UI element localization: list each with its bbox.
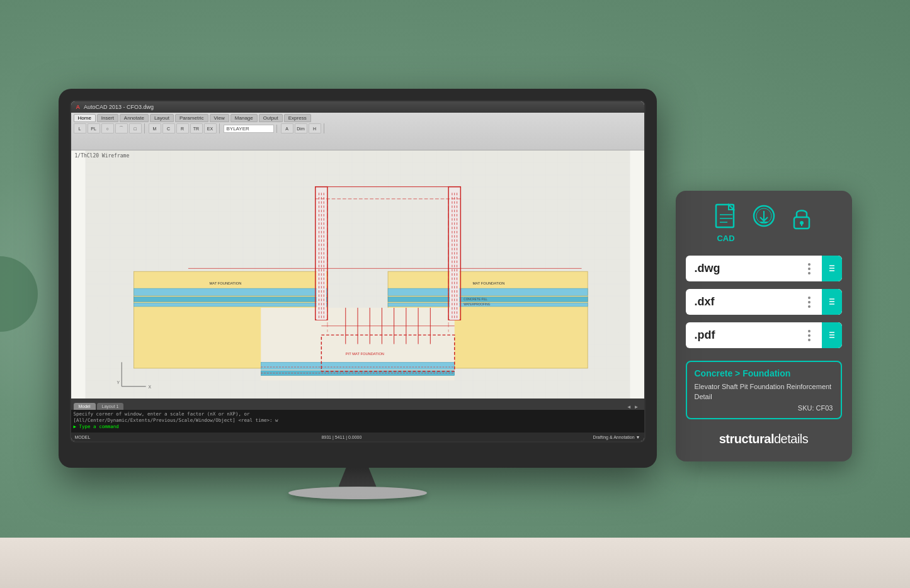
cad-file-icon-group: CAD <box>712 203 740 243</box>
ribbon-group-annotate: A Dim H <box>281 123 324 133</box>
dwg-button[interactable]: .dwg <box>686 256 842 281</box>
ribbon-tools: L PL ○ ⌒ □ M C R TR <box>74 123 642 133</box>
ribbon-tabs: Home Insert Annotate Layout Parametric V… <box>74 114 642 122</box>
autocad-ribbon: Home Insert Annotate Layout Parametric V… <box>71 113 644 150</box>
cad-label-text: CAD <box>717 234 734 243</box>
ribbon-tab-home[interactable]: Home <box>74 114 96 122</box>
tab-layout1[interactable]: Layout 1 <box>97 403 124 410</box>
ribbon-tab-output[interactable]: Output <box>259 114 283 122</box>
ribbon-tab-layout[interactable]: Layout <box>150 114 174 122</box>
dot3 <box>808 305 810 308</box>
autocad-title-text: AutoCAD 2013 - CFO3.dwg <box>84 104 154 110</box>
svg-text:Y: Y <box>117 380 120 385</box>
right-panel: CAD <box>676 191 852 461</box>
info-box: Concrete > Foundation Elevator Shaft Pit… <box>686 361 842 419</box>
monitor: A AutoCAD 2013 - CFO3.dwg Home Insert An… <box>59 89 657 468</box>
nav-right[interactable]: ► <box>634 404 639 410</box>
autocad-logo: A <box>76 104 81 110</box>
pdf-label: .pdf <box>695 329 715 342</box>
autocad-statusbar: MODEL 8931 | 5411 | 0.0000 Drafting & An… <box>71 433 644 441</box>
svg-text:PIT MAT FOUNDATION: PIT MAT FOUNDATION <box>345 352 384 356</box>
autocad-commandline: Specify corner of window, enter a scale … <box>71 410 644 433</box>
ribbon-btn-rect[interactable]: □ <box>129 123 142 133</box>
autocad-ui: A AutoCAD 2013 - CFO3.dwg Home Insert An… <box>71 101 644 441</box>
cad-svg: MAT FOUNDATION MAT FOUNDATION PIT MAT FO… <box>71 150 644 399</box>
current-layer-display: 1/ThCl20 Wireframe <box>75 153 130 159</box>
svg-rect-6 <box>134 297 327 302</box>
svg-text:X: X <box>148 385 151 389</box>
pdf-tab <box>822 322 842 348</box>
cad-file-icon <box>712 203 740 231</box>
svg-rect-5 <box>134 288 327 296</box>
layer-selector[interactable]: BYLAYER <box>224 125 274 133</box>
dxf-tab <box>822 289 842 315</box>
ribbon-btn-copy[interactable]: C <box>162 123 175 133</box>
svg-rect-50 <box>716 205 734 227</box>
monitor-bezel: A AutoCAD 2013 - CFO3.dwg Home Insert An… <box>70 100 646 443</box>
svg-rect-7 <box>134 303 327 307</box>
ribbon-group-modify: M C R TR EX <box>149 123 220 133</box>
autocad-canvas: MAT FOUNDATION MAT FOUNDATION PIT MAT FO… <box>71 150 644 399</box>
svg-rect-11 <box>261 362 455 370</box>
monitor-screen: A AutoCAD 2013 - CFO3.dwg Home Insert An… <box>71 101 644 441</box>
nav-left[interactable]: ◄ <box>627 404 632 410</box>
ribbon-btn-polyline[interactable]: PL <box>88 123 100 133</box>
dot1 <box>808 330 810 332</box>
dot2 <box>808 268 810 270</box>
brand-bold: structural <box>719 432 774 446</box>
cmd-line-2: [All/Center/Dynamic/Extents/Previous/Sca… <box>74 417 642 424</box>
cad-drawing: MAT FOUNDATION MAT FOUNDATION PIT MAT FO… <box>71 150 644 399</box>
dot2 <box>808 301 810 303</box>
ribbon-tab-parametric[interactable]: Parametric <box>175 114 208 122</box>
info-sku: SKU: CF03 <box>695 404 833 412</box>
pdf-button[interactable]: .pdf <box>686 322 842 348</box>
ribbon-group-layers: BYLAYER <box>224 125 277 133</box>
ribbon-btn-line[interactable]: L <box>74 123 86 133</box>
monitor-base <box>288 487 427 499</box>
tab-model[interactable]: Model <box>74 403 96 410</box>
scene-container: A AutoCAD 2013 - CFO3.dwg Home Insert An… <box>59 89 852 499</box>
dxf-button[interactable]: .dxf <box>686 289 842 315</box>
ribbon-btn-move[interactable]: M <box>149 123 161 133</box>
monitor-neck <box>339 468 377 487</box>
download-icon <box>750 203 778 231</box>
statusbar-coords: 8931 | 5411 | 0.0000 <box>321 435 361 439</box>
nav-arrows: ◄ ► <box>627 404 639 410</box>
svg-rect-8 <box>388 288 588 296</box>
svg-text:CONCRETE FILL: CONCRETE FILL <box>464 298 487 301</box>
dwg-tab-lines <box>828 264 836 274</box>
ribbon-tab-express[interactable]: Express <box>284 114 311 122</box>
dwg-label: .dwg <box>695 262 720 275</box>
ribbon-tab-manage[interactable]: Manage <box>230 114 258 122</box>
ribbon-btn-trim[interactable]: TR <box>190 123 203 133</box>
ribbon-tab-insert[interactable]: Insert <box>97 114 118 122</box>
statusbar-model: MODEL <box>75 435 91 439</box>
ribbon-btn-dim[interactable]: Dim <box>295 123 307 133</box>
dxf-label: .dxf <box>695 295 715 308</box>
svg-text:MAT FOUNDATION: MAT FOUNDATION <box>209 281 241 285</box>
ribbon-tab-view[interactable]: View <box>210 114 229 122</box>
brand-name: structuraldetails <box>686 432 842 446</box>
dot3 <box>808 339 810 341</box>
ribbon-btn-circle[interactable]: ○ <box>101 123 114 133</box>
svg-text:MAT FOUNDATION: MAT FOUNDATION <box>472 281 504 285</box>
ribbon-btn-text[interactable]: A <box>281 123 293 133</box>
info-description: Elevator Shaft Pit Foundation Reinforcem… <box>695 382 833 402</box>
ribbon-btn-hatch[interactable]: H <box>309 123 321 133</box>
download-icon-group <box>750 203 778 243</box>
ribbon-btn-rotate[interactable]: R <box>176 123 189 133</box>
dot3 <box>808 272 810 274</box>
info-category: Concrete > Foundation <box>695 368 833 378</box>
ribbon-group-draw: L PL ○ ⌒ □ <box>74 123 145 133</box>
ribbon-btn-arc[interactable]: ⌒ <box>115 123 128 133</box>
leaf-decoration <box>0 256 38 332</box>
statusbar-right: Drafting & Annotation ▼ <box>593 435 640 439</box>
panel-icons: CAD <box>686 203 842 243</box>
dot1 <box>808 263 810 266</box>
cmd-line-3: ▶ Type a command <box>74 424 642 430</box>
lock-icon-group <box>788 203 816 243</box>
ribbon-btn-extend[interactable]: EX <box>204 123 217 133</box>
ribbon-tab-annotate[interactable]: Annotate <box>120 114 149 122</box>
cmd-line-1: Specify corner of window, enter a scale … <box>74 411 642 417</box>
dwg-spiral <box>808 263 810 274</box>
